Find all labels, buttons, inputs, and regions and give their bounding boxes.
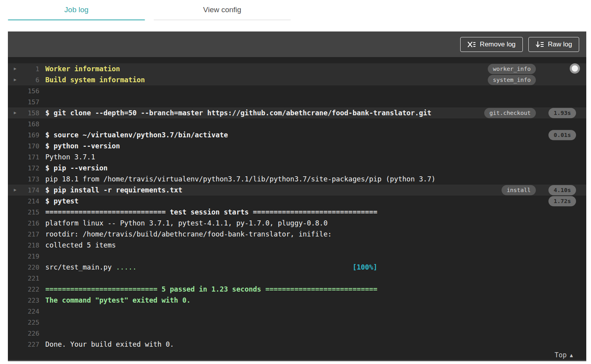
fold-arrow-icon[interactable]: ▶ [8,74,20,85]
tab-job-log-label: Job log [64,6,88,19]
log-body: ▶1Worker informationworker_info▶6Build s… [8,57,586,361]
log-line: 224 [8,306,586,317]
duration-badge: 1.72s [548,196,576,206]
fold-tag-badge: system_info [488,75,536,85]
log-text: $ pip install -r requirements.txt [45,186,182,194]
log-text: collected 5 items [45,241,116,249]
line-number[interactable]: 223 [20,297,39,304]
log-line: 220src/test_main.py ..... [100%] [8,262,586,273]
log-text: Python 3.7.1 [45,153,95,161]
line-number[interactable]: 215 [20,209,39,216]
line-number[interactable]: 6 [20,76,39,84]
line-number[interactable]: 218 [20,242,39,249]
line-number[interactable]: 156 [20,87,39,95]
fold-tag-badge: git.checkout [484,108,536,118]
log-text: $ pytest [45,197,78,205]
log-line: ▶1Worker informationworker_info [8,63,586,74]
raw-log-label: Raw log [548,41,572,48]
log-toolbar: Remove log Raw log [8,31,586,57]
tab-job-log-underline [8,19,145,20]
scroll-indicator[interactable] [570,63,580,74]
line-number[interactable]: 158 [20,109,39,117]
line-number[interactable]: 171 [20,153,39,161]
log-line: 227Done. Your build exited with 0. [8,339,586,350]
line-number[interactable]: 1 [20,65,39,73]
line-number[interactable]: 173 [20,176,39,183]
log-text: ============================= test sessi… [45,208,377,216]
scroll-to-top-label: Top [554,351,567,359]
tab-job-log[interactable]: Job log [8,6,145,20]
log-line: 225 [8,317,586,328]
log-line: 221 [8,273,586,284]
tab-view-config-label: View config [203,6,242,19]
log-line: 219 [8,251,586,262]
log-text: $ pip --version [45,164,108,172]
log-line: 168 [8,118,586,129]
log-text: =========================== 5 passed in … [45,285,377,293]
log-text: $ python --version [45,142,120,150]
line-number[interactable]: 220 [20,264,39,271]
tab-view-config-underline [154,19,291,20]
line-number[interactable]: 214 [20,198,39,205]
log-line: ▶174$ pip install -r requirements.txtins… [8,185,586,196]
log-text: The command "pytest" exited with 0. [45,296,191,304]
log-line: 216platform linux -- Python 3.7.1, pytes… [8,218,586,229]
log-text: src/test_main.py ..... [100%] [45,263,377,271]
log-line: 223The command "pytest" exited with 0. [8,295,586,306]
line-number[interactable]: 222 [20,286,39,293]
scroll-to-top-link[interactable]: Top ▲ [554,351,573,359]
log-line: 226 [8,328,586,339]
tab-bar: Job log View config [0,0,591,20]
line-number[interactable]: 216 [20,220,39,227]
line-number[interactable]: 169 [20,131,39,139]
fold-arrow-icon[interactable]: ▶ [8,107,20,118]
fold-tag-badge: install [502,185,536,195]
fold-arrow-icon[interactable]: ▶ [8,63,20,74]
log-text-segment: [100%] [353,263,377,271]
log-line: 222=========================== 5 passed … [8,284,586,295]
line-number[interactable]: 217 [20,231,39,238]
log-text: Done. Your build exited with 0. [45,340,174,348]
raw-log-icon [535,41,544,48]
log-text: $ source ~/virtualenv/python3.7/bin/acti… [45,131,228,139]
remove-log-button[interactable]: Remove log [460,37,523,52]
line-number[interactable]: 226 [20,330,39,337]
log-text: $ git clone --depth=50 --branch=master h… [45,109,431,117]
log-line: ▶6Build system informationsystem_info [8,74,586,85]
log-text-segment: ..... [116,263,137,271]
line-number[interactable]: 219 [20,253,39,260]
log-text-segment: src/test_main.py [45,263,116,271]
log-text: Build system information [45,76,145,84]
log-text: pip 18.1 from /home/travis/virtualenv/py… [45,175,435,183]
log-line: 169$ source ~/virtualenv/python3.7/bin/a… [8,129,586,140]
line-number[interactable]: 170 [20,142,39,150]
tab-view-config[interactable]: View config [154,6,291,20]
log-lines: ▶1Worker informationworker_info▶6Build s… [8,63,586,350]
raw-log-button[interactable]: Raw log [528,37,579,52]
log-line: ▶158$ git clone --depth=50 --branch=mast… [8,107,586,118]
log-line: 215============================= test se… [8,207,586,218]
log-line: 218collected 5 items [8,240,586,251]
line-number[interactable]: 225 [20,319,39,326]
log-line: 217rootdir: /home/travis/build/abethcran… [8,229,586,240]
log-line: 171Python 3.7.1 [8,152,586,163]
job-log-panel: Remove log Raw log ▶1Worker informationw… [8,31,586,361]
log-text-segment [137,263,353,271]
line-number[interactable]: 227 [20,341,39,348]
log-line: 173pip 18.1 from /home/travis/virtualenv… [8,174,586,185]
line-number[interactable]: 157 [20,98,39,106]
fold-tag-badge: worker_info [488,64,536,74]
line-number[interactable]: 224 [20,308,39,315]
log-text: platform linux -- Python 3.7.1, pytest-4… [45,219,327,227]
log-line: 172$ pip --version [8,163,586,174]
log-line: 157 [8,96,586,107]
fold-arrow-icon[interactable]: ▶ [8,185,20,196]
line-number[interactable]: 168 [20,120,39,128]
line-number[interactable]: 221 [20,275,39,282]
remove-log-label: Remove log [480,41,516,48]
line-number[interactable]: 172 [20,164,39,172]
log-line: 170$ python --version [8,140,586,152]
log-line: 156 [8,85,586,96]
line-number[interactable]: 174 [20,187,39,194]
log-text: rootdir: /home/travis/build/abethcrane/f… [45,230,332,238]
